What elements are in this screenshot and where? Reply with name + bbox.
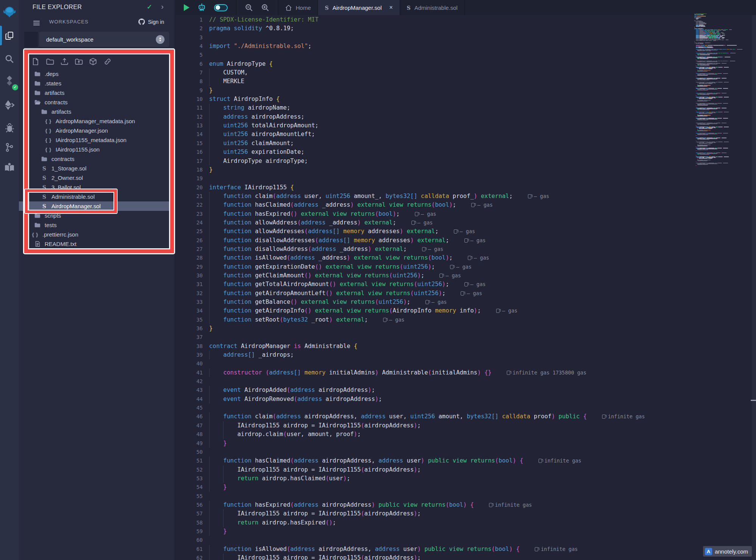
tab-administrable-sol[interactable]: SAdministrable.sol [400,0,464,15]
code-line: 17AirdropType airdropType; [175,157,756,166]
tab-airdropmanager-sol[interactable]: SAirdropManager.sol× [318,0,400,15]
tree-item-administrable-sol[interactable]: SAdministrable.sol [19,192,175,201]
search-icon[interactable] [0,51,19,67]
line-number: 16 [175,148,203,156]
gas-estimate: infinite gas [535,546,578,552]
tree-item-label: README.txt [45,241,76,247]
line-number: 57 [175,509,203,518]
tree-item--deps[interactable]: .deps [19,69,175,79]
learn-icon[interactable] [0,159,19,175]
tree-item--prettierrc-json[interactable]: { }.prettierrc.json [19,230,175,239]
workspace-dropdown-icon[interactable]: ▲▼ [156,35,165,44]
upload-file-icon[interactable] [59,57,70,67]
file-tree-toolbar [30,57,113,67]
line-number: 27 [175,245,203,254]
line-number: 44 [175,395,203,404]
code-editor[interactable]: 1// SPDX-License-Identifier: MIT2pragma … [175,15,756,560]
code-line: 56function hasExpired(address airdropAdd… [175,501,756,509]
tree-item-readme-txt[interactable]: README.txt [19,239,175,249]
tree-item-2-owner-sol[interactable]: S2_Owner.sol [19,173,175,183]
sol-icon: S [41,203,48,209]
source-control-icon[interactable] [0,140,19,155]
code-line: 45 [175,404,756,412]
tree-item-label: .prettierrc.json [42,231,78,238]
line-number: 49 [175,439,203,448]
fuel-pump-icon [422,247,425,251]
minimap[interactable] [694,14,752,167]
line-number: 55 [175,492,203,501]
code-line: 44event AirdropRemoved(address airdropAd… [175,395,756,404]
fuel-pump-icon [471,203,475,207]
tree-item-iairdrop1155-json[interactable]: { }IAirdrop1155.json [19,145,175,154]
tree-item-tests[interactable]: tests [19,220,175,230]
debugger-icon[interactable] [0,120,19,135]
line-number: 23 [175,210,203,218]
chevron-right-icon[interactable]: › [161,2,164,11]
braces-icon: { } [45,147,52,152]
zoom-out-icon[interactable] [245,3,253,12]
code-line: 50 [175,448,756,456]
link-icon[interactable] [102,57,113,67]
gas-estimate: – gas [454,228,475,234]
scrollbar-thumb[interactable] [751,400,756,401]
workspaces-menu-icon[interactable] [33,20,40,26]
line-number: 47 [175,421,203,430]
code-line: 61function isAllowed(address airdropAddr… [175,545,756,554]
workspace-select[interactable]: default_workspace ▲▼ [39,32,169,47]
remix-logo-icon[interactable] [0,4,19,20]
tree-item-contracts[interactable]: contracts [19,154,175,164]
publish-to-ipfs-icon[interactable] [88,57,98,67]
copilot-toggle[interactable] [214,4,228,11]
line-number: 62 [175,554,203,560]
tree-item-label: AirdropManager_metadata.json [56,118,135,124]
close-icon[interactable]: × [389,4,393,11]
braces-icon: { } [32,232,39,237]
code-line: 42 [175,377,756,386]
tree-item-artifacts[interactable]: artifacts [19,107,175,116]
code-line: 11string airdropName; [175,104,756,112]
code-line: 23function hasExpired() external view re… [175,210,756,218]
check-icon[interactable]: ✓ [147,3,152,11]
line-number: 30 [175,271,203,280]
editor-area: HomeSAirdropManager.sol×SAdministrable.s… [175,0,756,560]
compile-success-badge: ✓ [12,84,18,90]
tree-item-airdropmanager-metadata-json[interactable]: { }AirdropManager_metadata.json [19,116,175,126]
code-line: 34function getAirdropInfo() external vie… [175,306,756,315]
folder-icon [34,90,41,95]
workspace-name: default_workspace [46,36,93,43]
tree-item-1-storage-sol[interactable]: S1_Storage.sol [19,164,175,173]
code-line: 2pragma solidity ^0.8.19; [175,24,756,33]
tree-item-contracts[interactable]: contracts [19,97,175,107]
new-file-icon[interactable] [30,57,41,67]
sol-icon: S [41,166,48,172]
annotely-watermark: A annotely.com [703,546,752,557]
upload-folder-icon[interactable] [73,57,84,67]
gas-estimate: infinite gas [539,458,582,464]
tree-item-label: AirdropManager.json [56,127,108,134]
file-explorer-icon[interactable] [0,27,19,44]
deploy-and-run-icon[interactable] [0,97,19,113]
tree-item--states[interactable]: .states [19,79,175,88]
fuel-pump-icon [507,371,510,375]
run-script-icon[interactable] [184,4,189,11]
line-number: 2 [175,24,203,33]
fuel-pump-icon [464,238,468,243]
workspace-options-button[interactable] [24,32,38,47]
tab-home[interactable]: Home [278,0,318,15]
tree-item-3-ballot-sol[interactable]: S3_Ballot.sol [19,183,175,192]
code-line: 20interface IAirdrop1155 { [175,183,756,192]
tree-item-scripts[interactable]: scripts [19,211,175,220]
tree-item-airdropmanager-json[interactable]: { }AirdropManager.json [19,126,175,135]
scrollbar-track[interactable] [752,15,756,560]
ai-copilot-icon[interactable] [197,3,206,12]
line-number: 50 [175,448,203,456]
zoom-in-icon[interactable] [261,3,270,12]
solidity-compiler-icon[interactable]: ✓ [0,73,19,89]
tree-item-iairdrop1155-metadata-json[interactable]: { }IAirdrop1155_metadata.json [19,135,175,145]
sign-in-button[interactable]: Sign in [138,18,164,25]
tree-item-airdropmanager-sol[interactable]: SAirdropManager.sol [19,201,175,211]
code-line: 49} [175,439,756,448]
tree-item-artifacts[interactable]: artifacts [19,88,175,97]
line-number: 32 [175,289,203,298]
new-folder-icon[interactable] [45,57,55,67]
